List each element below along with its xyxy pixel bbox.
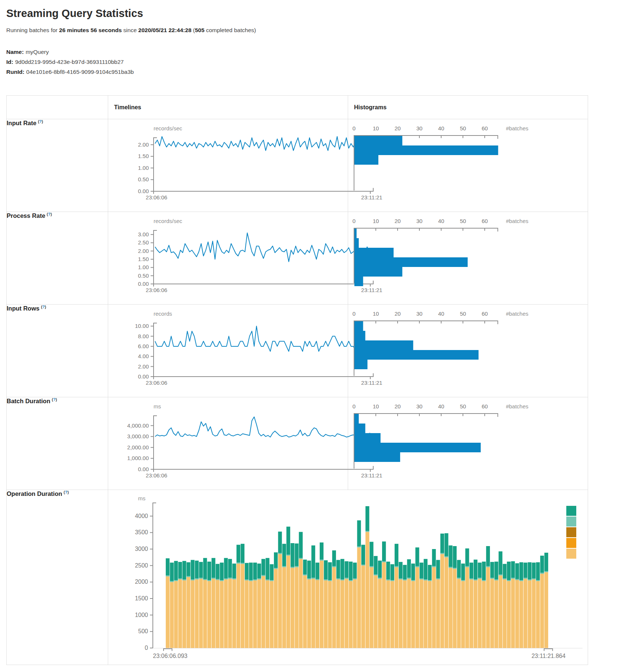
stacked-bar-segment <box>282 567 286 648</box>
summary-since: since <box>122 27 138 33</box>
y-tick-label: 3,000.00 <box>127 433 149 439</box>
stacked-bar-segment <box>440 553 444 554</box>
stacked-bar-segment <box>515 579 519 580</box>
stacked-bar-segment <box>370 566 373 568</box>
stacked-bar-segment <box>320 560 323 648</box>
y-tick-label: 1.00 <box>138 264 149 270</box>
stacked-bar-segment <box>511 561 515 578</box>
stacked-bar-segment <box>461 580 465 581</box>
hist-tick-label: 30 <box>416 218 423 224</box>
stacked-bar-segment <box>503 579 506 580</box>
histogram-bar <box>354 331 365 340</box>
running-batches-summary: Running batches for 26 minutes 56 second… <box>6 27 625 34</box>
stacked-bar-segment <box>295 567 298 648</box>
hist-tick-label: 0 <box>353 403 356 409</box>
stacked-bar-segment <box>449 568 452 648</box>
y-tick-label: 2.00 <box>138 248 149 254</box>
stacked-bar-segment <box>195 560 199 578</box>
stacked-bar-segment <box>523 563 527 578</box>
stacked-bar-segment <box>174 581 178 648</box>
stacked-bar-segment <box>207 581 211 648</box>
stacked-bar-segment <box>365 532 369 648</box>
stacked-bar-segment <box>536 562 540 580</box>
stacked-bar-segment <box>365 531 369 532</box>
stacked-bar-segment <box>532 563 536 579</box>
stacked-bar-segment <box>228 559 232 578</box>
stacked-bar-segment <box>328 562 332 580</box>
stacked-bar-segment <box>453 568 457 569</box>
stacked-bar-segment <box>174 580 178 581</box>
hist-tick-label: 50 <box>460 218 466 224</box>
stacked-bar-segment <box>482 581 486 648</box>
stacked-bar-segment <box>278 554 282 648</box>
stacked-bar-segment <box>486 566 490 568</box>
stacked-bar-segment <box>486 567 490 648</box>
legend-swatch <box>566 517 576 527</box>
stacked-bar-segment <box>478 578 481 579</box>
input-rate-help-icon[interactable]: (?) <box>38 119 43 124</box>
stacked-bar-segment <box>511 579 515 648</box>
hist-tick-label: 30 <box>416 311 423 317</box>
stacked-bar-segment <box>353 579 357 580</box>
chart-unit-label: ms <box>154 403 161 409</box>
header-timelines-cell: Timelines <box>108 96 348 119</box>
row-operation-duration: Operation Duration(?) ms4000350030002500… <box>7 490 588 665</box>
stacked-bar-segment <box>199 578 203 579</box>
process-rate-help-icon[interactable]: (?) <box>47 212 52 216</box>
input-rows-help-icon[interactable]: (?) <box>41 305 46 309</box>
stacked-bar-segment <box>474 579 477 580</box>
stacked-bar-segment <box>370 567 373 648</box>
help-paren-close: ) <box>68 490 69 494</box>
stacked-bar-segment <box>486 546 490 566</box>
stacked-bar-segment <box>270 581 274 648</box>
hist-tick-label: 40 <box>438 403 444 409</box>
stacked-bar-segment <box>457 579 461 648</box>
hist-tick-label: 60 <box>482 403 488 409</box>
x-start-label: 23:06:06 <box>146 194 167 200</box>
stacked-bar-segment <box>440 554 444 648</box>
stacked-bar-segment <box>378 578 382 579</box>
stacked-bar-segment <box>465 567 469 648</box>
hist-tick-label: 20 <box>395 218 401 224</box>
hist-tick-label: 50 <box>460 125 466 131</box>
summary-paren: ( <box>192 27 195 33</box>
input-rows-timeline-chart: records10.008.006.004.002.000.0023:06:06… <box>108 305 389 397</box>
stacked-bar-segment <box>499 551 502 575</box>
stacked-bar-segment <box>386 580 390 648</box>
stacked-bar-segment <box>440 534 444 553</box>
stacked-bar-segment <box>378 579 382 648</box>
operation-duration-help-icon[interactable]: (?) <box>63 490 69 494</box>
histogram-bar <box>354 340 413 350</box>
stacked-bar-segment <box>545 553 548 571</box>
stacked-bar-segment <box>470 579 473 580</box>
stacked-bar-segment <box>320 560 323 561</box>
y-tick-label: 4.00 <box>138 353 149 359</box>
stacked-bar-segment <box>399 579 402 580</box>
batch-duration-help-icon[interactable]: (?) <box>52 397 57 402</box>
batch-duration-histogram-cell: 0102030405060#batches <box>348 397 588 490</box>
stacked-bar-segment <box>494 579 498 580</box>
stacked-bar-segment <box>237 563 240 648</box>
stacked-bar-segment <box>340 580 344 648</box>
stacked-bar-segment <box>432 549 436 566</box>
stacked-bar-segment <box>170 581 174 582</box>
hist-tick-label: 40 <box>438 218 444 224</box>
help-paren-close: ) <box>56 397 57 402</box>
question-mark-icon: ? <box>53 397 56 402</box>
stacked-bar-segment <box>191 580 195 648</box>
y-tick-label: 2000 <box>135 579 148 585</box>
stacked-bar-segment <box>174 561 178 580</box>
legend-swatch <box>566 506 576 516</box>
stacked-bar-segment <box>444 556 448 558</box>
stacked-bar-segment <box>191 560 195 580</box>
stacked-bar-segment <box>316 563 319 579</box>
stacked-bar-segment <box>336 579 340 580</box>
stacked-bar-segment <box>336 560 340 579</box>
input-rows-label-cell: Input Rows(?) <box>7 305 108 397</box>
stacked-bar-segment <box>415 566 419 568</box>
stacked-bar-segment <box>391 564 394 580</box>
stacked-bar-segment <box>540 574 544 648</box>
x-start-label: 23:06:06 <box>146 287 167 293</box>
legend-swatch <box>566 549 576 559</box>
stacked-bar-segment <box>257 579 261 648</box>
